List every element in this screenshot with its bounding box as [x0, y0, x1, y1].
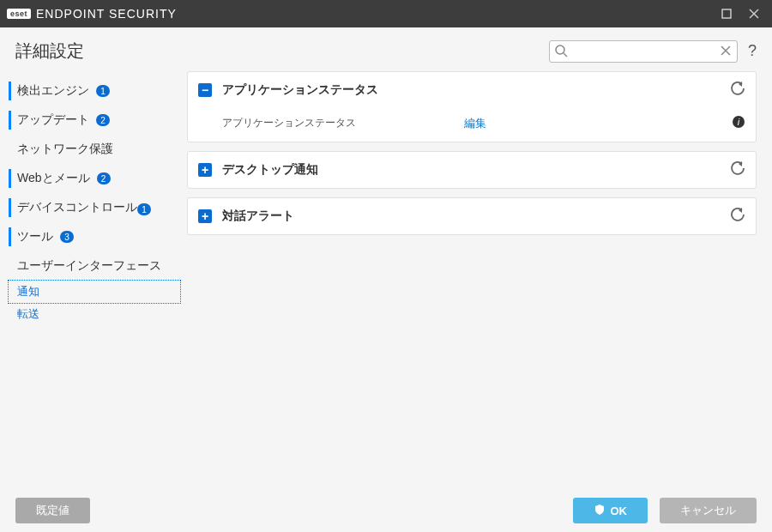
sidebar-item-label: ユーザーインターフェース	[17, 258, 161, 274]
sidebar-item-tools[interactable]: ツール 3	[9, 222, 180, 251]
sidebar-item-user-interface[interactable]: ユーザーインターフェース	[9, 251, 180, 281]
info-icon[interactable]: i	[732, 115, 745, 131]
panel-application-status: − アプリケーションステータス アプリケーションステータス 編集 i	[187, 71, 757, 142]
footer: 既定値 OK キャンセル	[0, 489, 772, 532]
maximize-icon[interactable]	[721, 8, 733, 20]
default-button[interactable]: 既定値	[15, 498, 90, 523]
sidebar-item-device-control[interactable]: デバイスコントロール 1	[9, 193, 180, 222]
reset-icon[interactable]	[730, 207, 745, 226]
brand-text: ENDPOINT SECURITY	[36, 7, 177, 21]
page-title: 詳細設定	[15, 39, 84, 63]
sidebar-badge: 1	[137, 203, 151, 215]
sidebar-badge: 2	[97, 172, 111, 184]
reset-icon[interactable]	[730, 81, 745, 100]
sidebar-item-label: ツール	[17, 229, 53, 245]
sidebar-item-detection-engine[interactable]: 検出エンジン 1	[9, 76, 180, 106]
brand-badge: eset	[7, 9, 31, 19]
sidebar-item-network-protection[interactable]: ネットワーク保護	[9, 135, 180, 164]
main-content: − アプリケーションステータス アプリケーションステータス 編集 i + デスク…	[180, 71, 772, 500]
panel-body: アプリケーションステータス 編集 i	[188, 108, 756, 142]
panel-title: デスクトップ通知	[222, 162, 318, 178]
header-row: 詳細設定 ?	[0, 27, 772, 71]
sidebar: 検出エンジン 1 アップデート 2 ネットワーク保護 Webとメール 2 デバイ…	[0, 71, 180, 500]
cancel-button[interactable]: キャンセル	[660, 498, 757, 523]
sidebar-badge: 2	[96, 114, 110, 126]
collapse-icon[interactable]: −	[198, 83, 212, 97]
help-icon[interactable]: ?	[748, 42, 757, 60]
sidebar-item-label: アップデート	[17, 112, 89, 128]
panel-title: アプリケーションステータス	[222, 82, 378, 98]
sidebar-sub-forwarding[interactable]: 転送	[9, 303, 180, 325]
panel-header[interactable]: + デスクトップ通知	[188, 152, 756, 188]
sidebar-item-web-mail[interactable]: Webとメール 2	[9, 164, 180, 193]
ok-button[interactable]: OK	[573, 498, 648, 523]
panel-header[interactable]: + 対話アラート	[188, 198, 756, 234]
sidebar-badge: 1	[96, 85, 110, 97]
reset-icon[interactable]	[730, 160, 745, 179]
expand-icon[interactable]: +	[198, 163, 212, 177]
sidebar-item-label: Webとメール	[17, 171, 90, 186]
panel-title: 対話アラート	[222, 209, 294, 224]
svg-rect-0	[722, 9, 731, 18]
shield-icon	[594, 504, 606, 518]
sidebar-item-update[interactable]: アップデート 2	[9, 106, 180, 135]
setting-row-label: アプリケーションステータス	[222, 116, 356, 130]
panel-desktop-notifications: + デスクトップ通知	[187, 151, 757, 189]
sidebar-item-label: ネットワーク保護	[17, 142, 113, 157]
sidebar-sub-notifications[interactable]: 通知	[9, 281, 180, 303]
search-wrap	[549, 40, 738, 63]
sidebar-item-label: デバイスコントロール	[17, 200, 137, 215]
panel-interactive-alerts: + 対話アラート	[187, 197, 757, 235]
clear-search-icon[interactable]	[719, 44, 733, 61]
panel-header[interactable]: − アプリケーションステータス	[188, 72, 756, 108]
search-input[interactable]	[549, 40, 738, 63]
sidebar-badge: 3	[60, 231, 74, 243]
sidebar-item-label: 検出エンジン	[17, 83, 89, 99]
ok-label: OK	[611, 505, 628, 517]
close-icon[interactable]	[748, 8, 760, 20]
titlebar: eset ENDPOINT SECURITY	[0, 0, 772, 27]
edit-link[interactable]: 編集	[464, 116, 486, 131]
expand-icon[interactable]: +	[198, 209, 212, 223]
